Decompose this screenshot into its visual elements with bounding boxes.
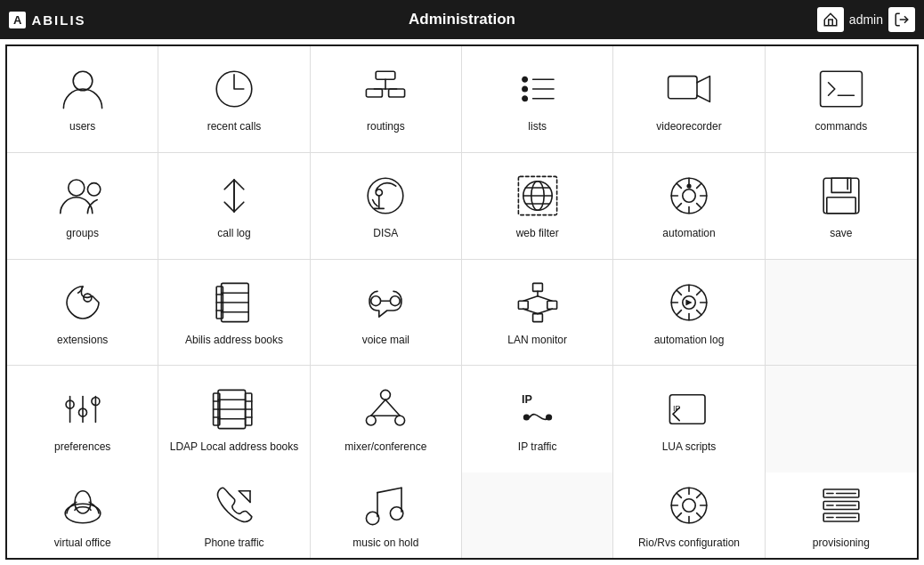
svg-point-42 <box>687 185 691 189</box>
grid-item-recent-calls[interactable]: recent calls <box>158 46 310 153</box>
svg-point-115 <box>367 512 379 524</box>
routings-icon <box>361 65 409 113</box>
svg-line-123 <box>677 493 681 497</box>
groups-icon <box>59 172 107 220</box>
grid-item-lua-scripts[interactable]: IP LUA scripts <box>613 366 765 472</box>
recent-calls-label: recent calls <box>207 120 262 133</box>
svg-rect-43 <box>823 178 859 214</box>
svg-point-23 <box>377 190 383 196</box>
grid-item-disa[interactable]: DISA <box>311 153 462 260</box>
grid-item-videorecorder[interactable]: videorecorder <box>613 46 765 153</box>
svg-line-75 <box>697 311 701 315</box>
groups-label: groups <box>66 227 99 239</box>
automation-log-label: automation log <box>654 334 725 346</box>
svg-point-98 <box>395 416 405 425</box>
svg-line-76 <box>697 290 701 295</box>
svg-point-56 <box>371 296 381 306</box>
grid-item-abilis-address-books[interactable]: Abilis address books <box>158 260 310 367</box>
lua-scripts-label: LUA scripts <box>662 440 717 453</box>
automation-label: automation <box>662 227 715 239</box>
grid-item-ip-traffic[interactable]: IP IP traffic <box>462 366 613 472</box>
grid-item-phone-traffic[interactable]: Phone traffic <box>158 472 310 558</box>
header: A ABILIS Administration admin <box>0 0 924 39</box>
grid-item-extensions[interactable]: extensions <box>7 260 158 367</box>
svg-line-109 <box>239 491 250 503</box>
grid-item-placeholder2 <box>766 366 917 472</box>
svg-line-66 <box>523 309 537 313</box>
grid-item-call-log[interactable]: call log <box>158 153 310 260</box>
svg-rect-59 <box>532 283 542 291</box>
grid-item-lan-monitor[interactable]: LAN monitor <box>462 260 613 367</box>
rio-rvs-configuration-icon <box>665 481 713 529</box>
svg-rect-5 <box>389 89 405 97</box>
svg-rect-62 <box>532 313 542 321</box>
svg-point-103 <box>523 415 529 421</box>
grid-item-commands[interactable]: commands <box>766 46 917 153</box>
svg-line-124 <box>697 513 701 518</box>
grid-item-rio-rvs-configuration[interactable]: Rio/Rvs configuration <box>613 472 765 558</box>
svg-point-96 <box>381 391 391 400</box>
logout-button[interactable] <box>888 7 915 32</box>
grid-item-web-filter[interactable]: web filter <box>462 153 613 260</box>
lan-monitor-label: LAN monitor <box>507 334 567 346</box>
voice-mail-label: voice mail <box>362 334 409 346</box>
svg-point-11 <box>523 87 527 92</box>
phone-traffic-icon <box>210 481 258 529</box>
virtual-office-label: virtual office <box>54 537 111 549</box>
disa-label: DISA <box>373 227 398 239</box>
grid-item-groups[interactable]: groups <box>7 153 158 260</box>
svg-rect-45 <box>827 198 855 214</box>
grid-item-users[interactable]: users <box>7 46 158 153</box>
svg-line-38 <box>677 183 681 188</box>
music-on-hold-label: music on hold <box>353 537 418 549</box>
svg-line-41 <box>677 204 681 208</box>
save-icon <box>817 172 865 220</box>
svg-line-77 <box>677 311 681 315</box>
svg-line-40 <box>697 183 701 188</box>
preferences-label: preferences <box>54 440 110 453</box>
extensions-label: extensions <box>57 334 108 346</box>
grid-item-automation-log[interactable]: automation log <box>613 260 765 367</box>
grid-item-virtual-office[interactable]: virtual office <box>7 472 158 558</box>
lists-icon <box>514 65 562 113</box>
grid-item-voice-mail[interactable]: voice mail <box>311 260 462 367</box>
grid-item-lists[interactable]: lists <box>462 46 613 153</box>
logo-box: A <box>9 12 26 28</box>
extensions-icon <box>59 278 107 327</box>
svg-line-125 <box>697 493 701 497</box>
svg-line-74 <box>677 290 681 295</box>
grid-item-music-on-hold[interactable]: music on hold <box>311 472 462 558</box>
grid-item-mixer-conference[interactable]: mixer/conference <box>311 366 462 472</box>
grid-item-save[interactable]: save <box>766 153 917 260</box>
logo-letter: A <box>13 13 21 27</box>
logo-area: A ABILIS <box>9 12 86 28</box>
grid-item-ldap-local-address-books[interactable]: LDAP Local address books <box>158 366 310 472</box>
svg-point-108 <box>75 491 91 513</box>
svg-rect-60 <box>518 301 528 309</box>
svg-point-118 <box>683 499 695 512</box>
ip-traffic-label: IP traffic <box>518 440 557 453</box>
provisioning-label: provisioning <box>813 537 870 549</box>
svg-line-112 <box>377 488 401 492</box>
home-button[interactable] <box>817 7 844 32</box>
grid-item-automation[interactable]: automation <box>613 153 765 260</box>
web-filter-label: web filter <box>516 227 559 239</box>
abilis-address-books-icon <box>210 278 258 327</box>
svg-point-13 <box>523 96 527 101</box>
videorecorder-label: videorecorder <box>656 120 721 133</box>
svg-rect-3 <box>377 72 396 80</box>
svg-line-100 <box>385 400 400 416</box>
abilis-address-books-label: Abilis address books <box>185 334 283 346</box>
ldap-local-address-books-label: LDAP Local address books <box>170 440 299 453</box>
mixer-conference-label: mixer/conference <box>344 440 426 453</box>
grid-item-placeholder1 <box>766 260 917 367</box>
svg-rect-4 <box>367 89 383 97</box>
svg-line-39 <box>697 204 701 208</box>
page-title: Administration <box>409 11 515 28</box>
voice-mail-icon <box>361 278 409 327</box>
grid-item-provisioning[interactable]: provisioning <box>766 472 917 558</box>
virtual-office-icon <box>59 481 107 529</box>
grid-item-routings[interactable]: routings <box>311 46 462 153</box>
grid-item-preferences[interactable]: preferences <box>7 366 158 472</box>
call-log-label: call log <box>217 227 250 239</box>
